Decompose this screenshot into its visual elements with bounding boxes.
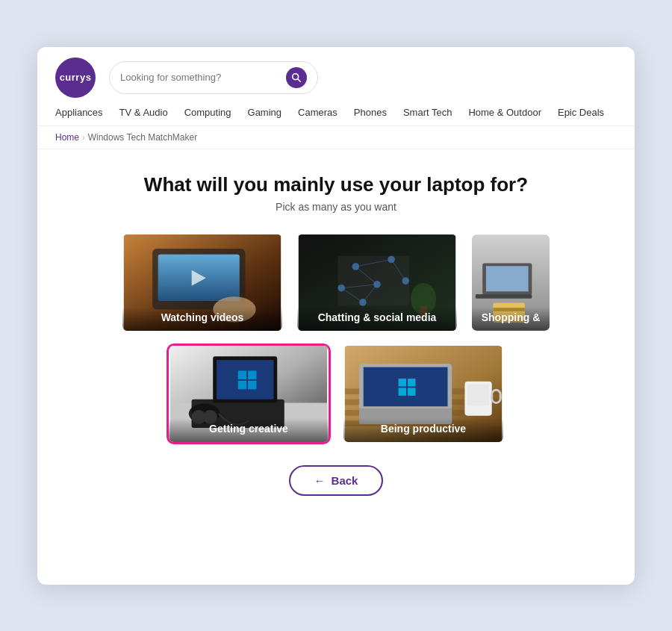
svg-rect-39 <box>238 370 246 379</box>
search-button[interactable] <box>286 67 307 88</box>
search-icon <box>291 72 302 83</box>
svg-line-1 <box>298 78 301 81</box>
svg-rect-57 <box>399 388 407 396</box>
back-label: Back <box>332 474 358 487</box>
header-top: currys <box>55 57 617 98</box>
nav-computing[interactable]: Computing <box>184 107 231 118</box>
nav-tvaudio[interactable]: TV & Audio <box>119 107 168 118</box>
back-button[interactable]: ← Back <box>289 465 384 496</box>
svg-rect-23 <box>337 255 409 305</box>
option-chatting[interactable]: Chatting & social media <box>295 232 459 333</box>
creative-label: Getting creative <box>169 418 329 442</box>
breadcrumb-current: Windows Tech MatchMaker <box>88 132 198 143</box>
options-grid: Watching videos <box>75 232 597 444</box>
back-arrow: ← <box>314 474 326 487</box>
nav-smarttech[interactable]: Smart Tech <box>403 107 452 118</box>
svg-rect-55 <box>399 378 407 386</box>
browser-window: currys Appliances TV & Audio Computing G… <box>37 47 635 585</box>
shopping-label: Shopping & <box>472 307 550 331</box>
svg-rect-56 <box>408 378 416 386</box>
option-shopping[interactable]: Shopping & <box>470 232 552 333</box>
currys-logo[interactable]: currys <box>55 57 96 98</box>
nav-links: Appliances TV & Audio Computing Gaming C… <box>55 107 617 125</box>
nav-phones[interactable]: Phones <box>354 107 387 118</box>
productive-label: Being productive <box>343 418 503 442</box>
nav-epicdeals[interactable]: Epic Deals <box>558 107 604 118</box>
search-input[interactable] <box>120 72 280 83</box>
svg-rect-38 <box>217 360 273 400</box>
page-title: What will you mainly use your laptop for… <box>144 173 528 196</box>
options-row-1: Watching videos <box>75 232 597 333</box>
page-subtitle: Pick as many as you want <box>276 201 396 213</box>
svg-rect-58 <box>408 388 416 396</box>
nav-homeoutdoor[interactable]: Home & Outdoor <box>468 107 541 118</box>
svg-rect-41 <box>238 380 246 388</box>
options-row-2: Getting creative <box>75 344 597 444</box>
watching-label: Watching videos <box>122 307 282 331</box>
logo-text: currys <box>60 72 92 83</box>
svg-rect-54 <box>364 367 448 406</box>
breadcrumb: Home › Windows Tech MatchMaker <box>37 126 635 149</box>
nav-appliances[interactable]: Appliances <box>55 107 103 118</box>
nav-cameras[interactable]: Cameras <box>298 107 337 118</box>
search-bar <box>109 61 318 94</box>
header: currys Appliances TV & Audio Computing G… <box>37 47 635 126</box>
nav-gaming[interactable]: Gaming <box>248 107 282 118</box>
svg-rect-29 <box>486 266 529 291</box>
main-content: What will you mainly use your laptop for… <box>37 149 635 517</box>
breadcrumb-separator: › <box>82 133 85 142</box>
svg-rect-40 <box>248 370 256 379</box>
option-productive[interactable]: Being productive <box>341 344 505 444</box>
breadcrumb-home[interactable]: Home <box>55 132 79 143</box>
svg-rect-30 <box>476 294 532 299</box>
chatting-label: Chatting & social media <box>297 307 457 331</box>
svg-rect-61 <box>467 384 489 405</box>
option-creative[interactable]: Getting creative <box>167 344 331 444</box>
option-watching[interactable]: Watching videos <box>120 232 284 333</box>
svg-rect-42 <box>248 380 256 388</box>
